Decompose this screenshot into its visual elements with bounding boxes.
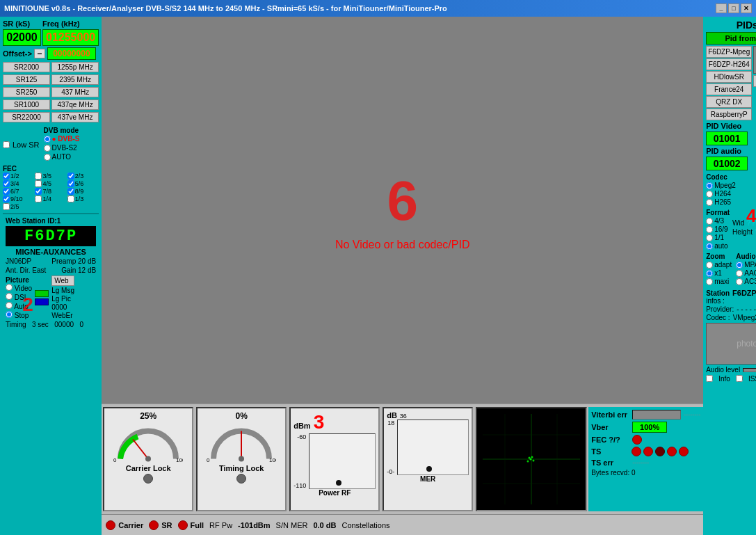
viterbi-panel: Viterbi err -------- Vber 100% FEC ?/? T… <box>588 407 703 511</box>
dvb-s-option[interactable]: ● DVB-S <box>44 135 80 143</box>
preset-row-4: SR1000 437qe MHz <box>3 99 99 110</box>
zoom-adapt[interactable]: adapt <box>706 261 732 269</box>
format-1-1[interactable]: 1/1 <box>706 234 730 241</box>
format-16-9[interactable]: 16/9 <box>706 225 730 233</box>
fec-1-3[interactable]: 1/3 <box>67 195 99 202</box>
fec-3-5[interactable]: 3/5 <box>35 173 66 179</box>
dvb-auto-option[interactable]: AUTO <box>44 153 80 161</box>
fec-1-4[interactable]: 1/4 <box>35 195 66 202</box>
preset-qrz-dx[interactable]: QRZ DX <box>706 96 752 108</box>
preset-france24[interactable]: France24 <box>706 83 752 95</box>
dvb-s2-option[interactable]: DVB-S2 <box>44 144 80 152</box>
preset-freq-437qe[interactable]: 437qe MHz <box>51 99 99 110</box>
fec-8-9[interactable]: 8/9 <box>67 188 99 195</box>
zoom-maxi[interactable]: maxi <box>706 278 732 285</box>
preset-sr1000[interactable]: SR1000 <box>3 99 50 110</box>
info-checkbox[interactable] <box>706 375 713 382</box>
maximize-button[interactable]: □ <box>728 3 739 13</box>
fec-3-4[interactable]: 3/4 <box>3 180 34 187</box>
preset-freq-437[interactable]: 437 MHz <box>51 87 99 97</box>
fec-6-7[interactable]: 6/7 <box>3 188 34 195</box>
fec-2-3[interactable]: 2/3 <box>67 173 99 179</box>
fec-7-8[interactable]: 7/8 <box>35 188 66 195</box>
audio-mpa[interactable]: MPA <box>736 261 756 269</box>
provider-val: - - - - - <box>737 305 756 313</box>
codec-mpeg2[interactable]: Mpeg2 <box>706 182 736 189</box>
sr-value[interactable]: 02000 <box>3 29 41 46</box>
preset-sr250[interactable]: SR250 <box>3 87 50 97</box>
ws-blue-btn[interactable] <box>35 298 49 305</box>
carrier-status-label: Carrier <box>118 521 143 529</box>
audio-ac3[interactable]: AC3 <box>736 278 756 285</box>
codec-h265[interactable]: H265 <box>706 198 736 206</box>
carrier-status: Carrier <box>106 520 143 530</box>
freq-value[interactable]: 01255000 <box>42 29 99 46</box>
pid-video-value[interactable]: 01001 <box>706 131 748 145</box>
ts-dot-2 <box>643 447 653 456</box>
ts-dot-5 <box>679 447 689 456</box>
preset-sr2000[interactable]: SR2000 <box>3 62 50 72</box>
locator: JN06DP <box>6 257 31 265</box>
fec-2-5[interactable]: 2/5 <box>3 203 34 210</box>
timing-dot <box>236 474 246 484</box>
fec-label: FEC <box>3 165 17 173</box>
mer-scale-bot: -0- <box>387 468 394 475</box>
callsign-display: F6D7P <box>6 226 96 246</box>
iss-checkbox[interactable] <box>736 375 743 382</box>
pid-audio-value[interactable]: 01002 <box>706 157 748 170</box>
audio-level-slider[interactable] <box>743 368 756 372</box>
preset-freq-2395[interactable]: 2395 MHz <box>51 74 99 85</box>
ts-dot-3 <box>655 447 665 456</box>
rf-val: -101dBm <box>238 521 270 529</box>
offset-value[interactable]: 00000000 <box>47 47 96 60</box>
offset-minus-button[interactable]: − <box>34 49 45 58</box>
codec-info-val: VMpeg2 + MPA <box>733 314 756 321</box>
sr-status-label: SR <box>161 521 172 529</box>
low-sr-checkbox[interactable] <box>3 141 10 148</box>
mer-subtitle: MER <box>387 475 469 483</box>
format-4-3[interactable]: 4/3 <box>706 217 730 225</box>
audio-label: Audio <box>736 253 756 260</box>
preset-sr125[interactable]: SR125 <box>3 74 50 85</box>
lg-pic-label: Lg Pic <box>51 295 74 303</box>
freq-label: Freq (kHz) <box>42 19 80 28</box>
audio-aac[interactable]: AAC <box>736 269 756 277</box>
bytes-row: Bytes recvd: 0 <box>591 469 700 477</box>
format-auto[interactable]: auto <box>706 242 730 250</box>
vber-label: Vber <box>591 423 629 431</box>
close-button[interactable]: ✕ <box>741 3 752 13</box>
full-status-label: Full <box>191 521 204 529</box>
fec-5-6[interactable]: 5/6 <box>67 180 99 187</box>
bytes-val: 0 <box>632 469 636 477</box>
ws-green-btn[interactable] <box>35 290 49 297</box>
format-section: Format 4/3 16/9 1/1 auto <box>706 209 730 250</box>
pid-video-label: PID Video <box>706 122 741 130</box>
preset-sr22000[interactable]: SR22000 <box>3 112 50 122</box>
preset-f6dzp-h264[interactable]: F6DZP-H264 <box>706 58 752 70</box>
autopid-button[interactable]: AutoPID <box>753 75 756 87</box>
svg-text:0: 0 <box>207 457 210 463</box>
timing-row: Timing 3 sec 00000 0 <box>6 321 96 328</box>
preset-freq-437ve[interactable]: 437ve MHz <box>51 112 99 122</box>
web-button[interactable]: Web <box>51 276 74 286</box>
annotation-3: 3 <box>314 411 325 433</box>
preset-freq-1255[interactable]: 1255p MHz <box>51 62 99 72</box>
fec-1-2[interactable]: 1/2 <box>3 173 34 179</box>
fec-4-5[interactable]: 4/5 <box>35 180 66 187</box>
carrier-label: Carrier Lock <box>126 464 171 472</box>
preset-f6dzp-mpeg[interactable]: F6DZP-Mpeg <box>706 46 752 58</box>
minimize-button[interactable]: _ <box>716 3 727 13</box>
timing-gauge: 0 100 <box>207 422 276 464</box>
pid-audio-label: PID audio <box>706 147 741 155</box>
dvb-mode-label: DVB mode <box>44 127 80 134</box>
zoom-x1[interactable]: x1 <box>706 269 732 277</box>
dbm-scale-bot: -110 <box>293 482 306 489</box>
preset-raspberryp[interactable]: RaspberryP <box>706 109 752 120</box>
pids-title: PIDs <box>706 19 756 31</box>
preset-hdlowsr[interactable]: HDlowSR <box>706 71 752 83</box>
pic-video[interactable]: Video <box>6 284 32 292</box>
fec-9-10[interactable]: 9/10 <box>3 195 34 202</box>
audio-level-label: Audio level <box>706 366 740 374</box>
codec-h264[interactable]: H264 <box>706 190 736 198</box>
pid-from-button[interactable]: Pid from_ini <box>706 32 756 45</box>
